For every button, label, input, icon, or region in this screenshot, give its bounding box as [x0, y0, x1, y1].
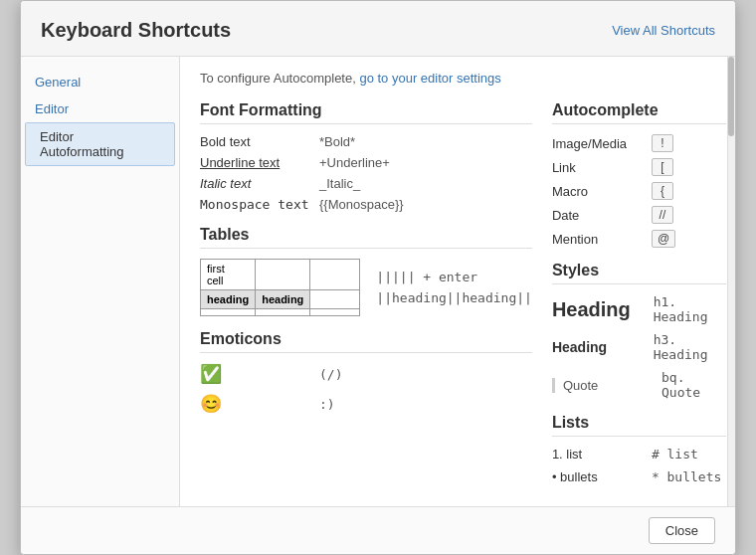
font-formatting-section: Font Formatting Bold text *Bold* Underli… [200, 101, 532, 212]
dialog-title: Keyboard Shortcuts [41, 19, 231, 42]
bullets-shortcut: * bullets [652, 469, 721, 484]
config-note: To configure Autocomplete, go to your ed… [200, 71, 715, 86]
monospace-value: {{Monospace}} [319, 197, 404, 212]
table-cell [201, 309, 256, 316]
bold-value: *Bold* [319, 134, 355, 149]
editor-settings-link[interactable]: go to your editor settings [359, 71, 500, 86]
macro-label: Macro [552, 184, 652, 199]
table-create-shortcut: ||||| + enter [376, 270, 532, 284]
table-cell [310, 260, 360, 290]
autocomplete-title: Autocomplete [552, 101, 726, 124]
sidebar-item-editor[interactable]: Editor [21, 95, 179, 122]
smile-emoji: 😊 [200, 393, 319, 415]
dialog-footer: Close [21, 506, 735, 554]
italic-value: _Italic_ [319, 176, 360, 191]
checkmark-shortcut: (/) [319, 367, 342, 382]
table-cell [256, 260, 310, 290]
monospace-label: Monospace text [200, 197, 319, 212]
quote-shortcut: bq. Quote [662, 370, 726, 400]
left-column: Font Formatting Bold text *Bold* Underli… [200, 101, 532, 492]
heading-sm-shortcut: h3. Heading [654, 332, 726, 362]
sidebar-item-editor-autoformatting[interactable]: Editor Autoformatting [25, 122, 175, 166]
list-row: • bullets * bullets [552, 469, 726, 484]
dialog-header: Keyboard Shortcuts View All Shortcuts [21, 1, 735, 57]
heading-sm-preview: Heading [552, 339, 654, 355]
autocomplete-row: Mention @ [552, 230, 726, 248]
date-key: // [652, 206, 673, 224]
numbered-list-shortcut: # list [652, 447, 698, 462]
font-formatting-title: Font Formatting [200, 101, 532, 124]
styles-section: Styles Heading h1. Heading Heading [552, 262, 726, 400]
shortcut-row: Bold text *Bold* [200, 134, 532, 149]
style-row: Heading h3. Heading [552, 332, 726, 362]
table-heading-cell: heading [201, 290, 256, 309]
mention-label: Mention [552, 232, 652, 247]
table-heading-shortcut: ||heading||heading|| [376, 290, 532, 305]
scrollbar-thumb[interactable] [728, 57, 734, 136]
italic-label: Italic text [200, 176, 319, 191]
smile-shortcut: :) [319, 397, 335, 412]
table-cell [310, 290, 360, 309]
checkmark-emoji: ✅ [200, 363, 319, 385]
quote-preview: Quote [552, 378, 662, 393]
style-row: Heading h1. Heading [552, 294, 726, 324]
autocomplete-section: Autocomplete Image/Media ! Link [ Macro [552, 101, 726, 248]
dialog-body: General Editor Editor Autoformatting To … [21, 57, 735, 506]
image-media-label: Image/Media [552, 136, 652, 151]
tables-section: Tables firstcell heading [200, 226, 532, 316]
bullets-label: • bullets [552, 469, 652, 484]
view-all-shortcuts-link[interactable]: View All Shortcuts [612, 23, 715, 38]
mini-table: firstcell heading heading [200, 259, 360, 316]
table-cell [310, 309, 360, 316]
right-column: Autocomplete Image/Media ! Link [ Macro [552, 101, 726, 492]
numbered-list-label: 1. list [552, 447, 652, 462]
table-demo: firstcell heading heading [200, 259, 532, 316]
tables-title: Tables [200, 226, 532, 249]
style-row: Quote bq. Quote [552, 370, 726, 400]
main-content: To configure Autocomplete, go to your ed… [180, 57, 735, 506]
heading-lg-preview: Heading [552, 298, 654, 321]
underline-value: +Underline+ [319, 155, 390, 170]
shortcut-row: Monospace text {{Monospace}} [200, 197, 532, 212]
close-button[interactable]: Close [649, 517, 715, 544]
autocomplete-row: Macro { [552, 182, 726, 200]
shortcut-row: Italic text _Italic_ [200, 176, 532, 191]
image-media-key: ! [652, 134, 673, 152]
table-heading-cell: heading [256, 290, 310, 309]
underline-label: Underline text [200, 155, 319, 170]
autocomplete-row: Date // [552, 206, 726, 224]
bold-label: Bold text [200, 134, 319, 149]
lists-section: Lists 1. list # list • bullets * bullets [552, 414, 726, 484]
table-cell: firstcell [201, 260, 256, 290]
emoticon-row: 😊 :) [200, 393, 532, 415]
emoticon-row: ✅ (/) [200, 363, 532, 385]
heading-lg-shortcut: h1. Heading [654, 294, 726, 324]
table-shortcuts: ||||| + enter ||heading||heading|| [376, 270, 532, 305]
shortcut-row: Underline text +Underline+ [200, 155, 532, 170]
scrollbar-track[interactable] [727, 57, 735, 506]
mention-key: @ [652, 230, 675, 248]
list-row: 1. list # list [552, 447, 726, 462]
sidebar: General Editor Editor Autoformatting [21, 57, 180, 506]
autocomplete-row: Link [ [552, 158, 726, 176]
link-label: Link [552, 160, 652, 175]
emoticons-section: Emoticons ✅ (/) 😊 :) [200, 330, 532, 415]
two-column-layout: Font Formatting Bold text *Bold* Underli… [200, 101, 715, 492]
keyboard-shortcuts-dialog: Keyboard Shortcuts View All Shortcuts Ge… [20, 0, 736, 555]
styles-title: Styles [552, 262, 726, 284]
autocomplete-row: Image/Media ! [552, 134, 726, 152]
sidebar-item-general[interactable]: General [21, 69, 179, 95]
date-label: Date [552, 208, 652, 223]
lists-title: Lists [552, 414, 726, 437]
link-key: [ [652, 158, 673, 176]
emoticons-title: Emoticons [200, 330, 532, 353]
macro-key: { [652, 182, 673, 200]
table-cell [256, 309, 310, 316]
